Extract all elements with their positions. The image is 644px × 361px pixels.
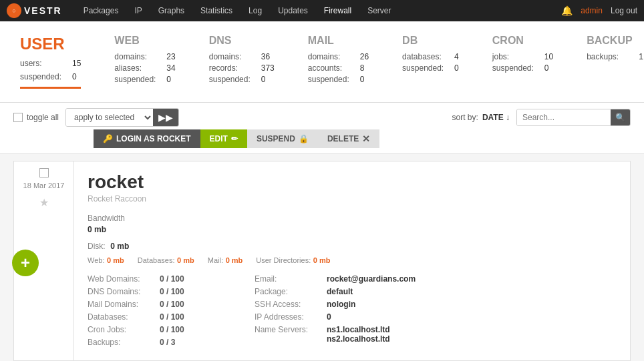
logo-symbol: ○ — [12, 7, 15, 14]
admin-link[interactable]: admin — [581, 6, 603, 15]
bandwidth-section: Bandwidth 0 mb — [88, 214, 125, 234]
user-title: USER — [20, 35, 81, 53]
web-domains-value: 0 / 100 — [160, 274, 184, 284]
nav-packages[interactable]: Packages — [75, 0, 127, 21]
nav-firewall[interactable]: Firewall — [316, 0, 359, 21]
user-stat-row-0: users: 15 — [20, 59, 81, 68]
package-label: Package: — [255, 287, 321, 296]
email-value: rocket@guardians.com — [327, 274, 416, 284]
search-icon: 🔍 — [615, 113, 625, 122]
add-user-button[interactable]: + — [12, 250, 39, 276]
mail-domains-value: 0 / 100 — [160, 300, 184, 309]
edit-button[interactable]: EDIT ✏ — [200, 129, 247, 148]
user-stat-value-0: 15 — [72, 59, 81, 68]
delete-label: DELETE — [327, 134, 359, 143]
apply-select[interactable]: apply to selected suspend unsuspend dele… — [66, 109, 153, 126]
main-content: + toggle all apply to selected suspend u… — [0, 103, 644, 361]
databases-value: 0 mb — [177, 256, 194, 264]
backups-value: 0 / 3 — [160, 338, 175, 347]
logo-text: VESTR — [24, 5, 62, 16]
logout-link[interactable]: Log out — [611, 6, 637, 15]
nav-graphs[interactable]: Graphs — [150, 0, 192, 21]
backups-label: Backups: — [88, 338, 154, 347]
ns1-value: ns1.localhost.ltd — [327, 325, 390, 334]
sort-label: sort by: — [452, 113, 478, 122]
stats-bar: USER users: 15 suspended: 0 WEB domains:… — [0, 21, 644, 103]
toggle-all-checkbox[interactable] — [13, 113, 23, 122]
ip-value: 0 — [327, 312, 331, 322]
web-label: Web: — [88, 256, 104, 264]
nav-log[interactable]: Log — [240, 0, 270, 21]
toggle-all-label: toggle all — [27, 113, 59, 122]
user-stats: users: 15 suspended: 0 — [20, 59, 81, 83]
stats-cron: CRON jobs: 10 suspended: 0 — [492, 35, 553, 75]
row-checkbox[interactable] — [39, 168, 49, 177]
edit-icon: ✏ — [231, 134, 238, 143]
middle-details: Web Domains: 0 / 100 DNS Domains: 0 / 10… — [88, 274, 234, 350]
databases-detail-value: 0 / 100 — [160, 312, 184, 322]
logo-circle: ○ — [7, 3, 21, 18]
dns-title: DNS — [209, 35, 275, 47]
ns2-value: ns2.localhost.ltd — [327, 334, 390, 344]
action-row: 🔑 LOGIN AS ROCKET EDIT ✏ SUSPEND 🔒 DELET… — [0, 127, 644, 153]
bell-icon[interactable]: 🔔 — [561, 5, 573, 16]
apply-select-wrap: apply to selected suspend unsuspend dele… — [65, 108, 179, 127]
topnav: ○ VESTR Packages IP Graphs Statistics Lo… — [0, 0, 644, 21]
cron-title: CRON — [492, 35, 553, 47]
stats-backup: BACKUP backups: 1 — [587, 35, 643, 63]
sort-wrap: sort by: DATE ↓ — [452, 113, 510, 122]
padlock-icon: 🔒 — [299, 134, 309, 143]
user-date: 18 Mar 2017 — [23, 182, 65, 190]
login-as-rocket-button[interactable]: 🔑 LOGIN AS ROCKET — [94, 129, 200, 148]
user-dir-sub: User Directories: 0 mb — [256, 255, 330, 265]
user-stat-label-1: suspended: — [20, 72, 67, 81]
package-value: default — [327, 287, 353, 296]
user-dir-value: 0 mb — [313, 256, 331, 264]
user-stat-row-1: suspended: 0 — [20, 72, 81, 81]
databases-label: Databases: — [138, 256, 175, 264]
toolbar-action-area: toggle all apply to selected suspend uns… — [0, 103, 644, 154]
search-input[interactable] — [517, 109, 611, 125]
mail-value: 0 mb — [226, 256, 243, 264]
user-dir-label: User Directories: — [256, 256, 311, 264]
ip-label: IP Addresses: — [255, 312, 321, 322]
stats-web: WEB domains: 23 aliases: 34 suspended: 0 — [114, 35, 175, 86]
star-icon[interactable]: ★ — [39, 196, 49, 209]
stats-db: DB databases: 4 suspended: 0 — [402, 35, 459, 75]
disk-section: Disk: 0 mb — [88, 241, 129, 251]
mail-sub: Mail: 0 mb — [208, 255, 243, 265]
mail-domains-label: Mail Domains: — [88, 300, 154, 309]
databases-sub: Databases: 0 mb — [138, 255, 194, 265]
apply-button[interactable]: ▶▶ — [153, 109, 178, 126]
nav-ip[interactable]: IP — [126, 0, 150, 21]
disk-value: 0 mb — [110, 242, 129, 251]
ssh-value: nologin — [327, 300, 355, 309]
ssh-label: SSH Access: — [255, 300, 321, 309]
nav-statistics[interactable]: Statistics — [192, 0, 240, 21]
db-title: DB — [402, 35, 459, 47]
stats-mail: MAIL domains: 26 accounts: 8 suspended: … — [308, 35, 369, 86]
nav-server[interactable]: Server — [359, 0, 399, 21]
row-content: rocket Rocket Raccoon Bandwidth 0 mb D — [74, 161, 630, 360]
suspend-label: SUSPEND — [257, 134, 295, 143]
apply-arrow-icon: ▶▶ — [158, 112, 173, 123]
web-domains-label: Web Domains: — [88, 274, 154, 284]
user-name: rocket — [88, 171, 617, 193]
suspend-button[interactable]: SUSPEND 🔒 — [247, 129, 318, 148]
user-subtitle: Rocket Raccoon — [88, 194, 617, 204]
web-value: 0 mb — [107, 256, 124, 264]
search-wrap: 🔍 — [516, 109, 631, 126]
nav-updates[interactable]: Updates — [270, 0, 316, 21]
delete-button[interactable]: DELETE ✕ — [318, 129, 379, 148]
sort-value: DATE ↓ — [482, 113, 510, 122]
backup-title: BACKUP — [587, 35, 643, 47]
web-title: WEB — [114, 35, 175, 47]
dns-domains-value: 0 / 100 — [160, 287, 184, 296]
search-button[interactable]: 🔍 — [611, 109, 630, 125]
mail-label: Mail: — [208, 256, 223, 264]
dns-domains-label: DNS Domains: — [88, 287, 154, 296]
cron-jobs-value: 0 / 100 — [160, 325, 184, 334]
login-label: LOGIN AS ROCKET — [116, 134, 191, 143]
web-stat-0: domains: 23 — [114, 52, 175, 61]
mail-title: MAIL — [308, 35, 369, 47]
